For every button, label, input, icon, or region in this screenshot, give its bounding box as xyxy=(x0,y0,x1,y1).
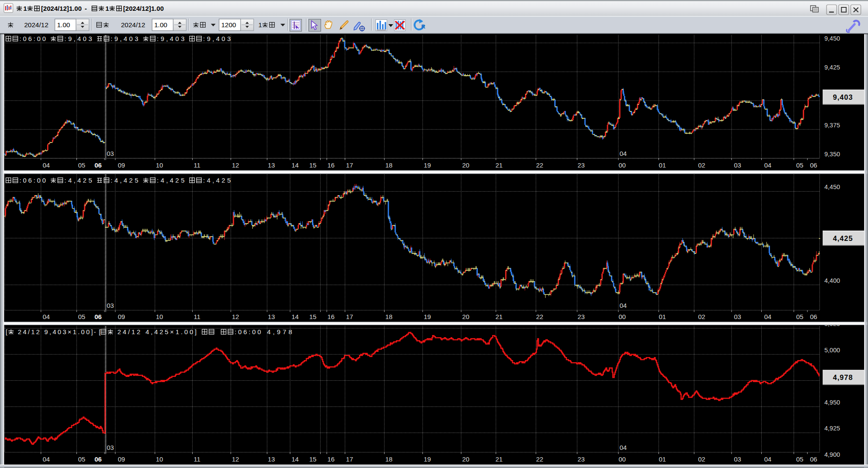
svg-text:05: 05 xyxy=(796,455,804,463)
svg-text:03: 03 xyxy=(107,302,114,309)
svg-text:18: 18 xyxy=(385,313,393,320)
svg-text:12: 12 xyxy=(232,313,239,320)
svg-text:4,925: 4,925 xyxy=(824,425,840,432)
svg-text:4,450: 4,450 xyxy=(824,183,840,190)
svg-text:1: 1 xyxy=(105,5,109,12)
svg-text:05: 05 xyxy=(78,313,86,320)
svg-text:05: 05 xyxy=(78,455,86,463)
svg-text:20: 20 xyxy=(462,161,470,169)
svg-text:06: 06 xyxy=(810,161,817,169)
svg-text:9,425: 9,425 xyxy=(824,64,840,71)
svg-text:03: 03 xyxy=(734,313,741,320)
svg-text:04: 04 xyxy=(620,444,627,451)
svg-text:14: 14 xyxy=(292,161,299,169)
svg-text:-: - xyxy=(85,5,87,12)
svg-text:16: 16 xyxy=(327,161,335,169)
svg-text:09: 09 xyxy=(118,455,125,463)
svg-text:1.00: 1.00 xyxy=(57,21,70,28)
svg-text:1.00: 1.00 xyxy=(154,21,168,28)
svg-text:R: R xyxy=(421,23,426,30)
svg-text:19: 19 xyxy=(424,455,431,463)
svg-text:04: 04 xyxy=(43,313,50,320)
svg-text:04: 04 xyxy=(620,302,627,309)
svg-text:02: 02 xyxy=(698,313,706,320)
svg-text:03: 03 xyxy=(734,161,741,169)
svg-text:4,425: 4,425 xyxy=(833,234,853,242)
svg-text:16: 16 xyxy=(327,455,335,463)
svg-text:13: 13 xyxy=(268,455,275,463)
svg-text:18: 18 xyxy=(385,161,393,169)
svg-text:05: 05 xyxy=(796,313,804,320)
svg-text:9,350: 9,350 xyxy=(824,151,840,158)
svg-text:16: 16 xyxy=(327,313,335,320)
svg-text:06: 06 xyxy=(95,161,102,169)
svg-text:04: 04 xyxy=(43,455,50,463)
svg-text:06: 06 xyxy=(95,313,102,320)
svg-text:09: 09 xyxy=(118,313,125,320)
svg-text:03: 03 xyxy=(107,150,114,157)
svg-text:04: 04 xyxy=(43,161,50,169)
svg-text:19: 19 xyxy=(424,313,431,320)
svg-text:06: 06 xyxy=(95,455,102,463)
svg-text:4,900: 4,900 xyxy=(824,451,840,458)
svg-text:10: 10 xyxy=(156,455,163,463)
svg-text:10: 10 xyxy=(156,313,163,320)
svg-text:05: 05 xyxy=(796,161,804,169)
svg-text:9,450: 9,450 xyxy=(824,35,840,42)
svg-text:15: 15 xyxy=(309,313,317,320)
svg-text:5,000: 5,000 xyxy=(824,347,840,354)
svg-text:21: 21 xyxy=(496,455,503,463)
svg-text:20: 20 xyxy=(462,455,470,463)
svg-text:04: 04 xyxy=(620,150,627,157)
svg-text:1: 1 xyxy=(258,21,262,28)
svg-text:11: 11 xyxy=(194,313,200,320)
svg-text:4,978: 4,978 xyxy=(833,373,853,381)
svg-text:14: 14 xyxy=(292,455,299,463)
svg-text:4,950: 4,950 xyxy=(824,399,840,406)
svg-text:21: 21 xyxy=(496,313,503,320)
svg-text:23: 23 xyxy=(578,313,585,320)
svg-text:10: 10 xyxy=(156,161,163,169)
svg-text:05: 05 xyxy=(78,161,86,169)
svg-text:11: 11 xyxy=(194,455,200,463)
svg-text:12: 12 xyxy=(232,161,239,169)
svg-text:2024/12: 2024/12 xyxy=(24,21,48,28)
svg-text:22: 22 xyxy=(536,313,544,320)
svg-text:[2024/12]1.00: [2024/12]1.00 xyxy=(41,5,82,12)
svg-text:18: 18 xyxy=(385,455,393,463)
svg-text:14: 14 xyxy=(292,313,299,320)
svg-text:19: 19 xyxy=(424,161,431,169)
svg-text:01: 01 xyxy=(659,161,666,169)
svg-text:17: 17 xyxy=(346,455,353,463)
svg-text:[2024/12]1.00: [2024/12]1.00 xyxy=(123,5,164,12)
svg-text:11: 11 xyxy=(194,161,200,169)
svg-text:1: 1 xyxy=(23,5,27,12)
svg-text:15: 15 xyxy=(309,161,317,169)
svg-text:9,375: 9,375 xyxy=(824,122,840,129)
svg-text:21: 21 xyxy=(496,161,503,169)
svg-text:22: 22 xyxy=(536,161,544,169)
svg-text:04: 04 xyxy=(764,455,772,463)
svg-text:15: 15 xyxy=(309,455,317,463)
svg-text:12: 12 xyxy=(232,455,239,463)
svg-text:13: 13 xyxy=(268,313,275,320)
svg-text:00: 00 xyxy=(619,161,626,169)
svg-text:04: 04 xyxy=(764,313,772,320)
svg-text:13: 13 xyxy=(268,161,275,169)
svg-text:06: 06 xyxy=(810,313,817,320)
svg-text:1200: 1200 xyxy=(221,21,236,28)
svg-text:22: 22 xyxy=(536,455,544,463)
svg-text:09: 09 xyxy=(118,161,125,169)
svg-text:4,400: 4,400 xyxy=(824,277,840,284)
svg-text:23: 23 xyxy=(578,161,585,169)
svg-text:06: 06 xyxy=(810,455,817,463)
svg-text:2024/12: 2024/12 xyxy=(121,21,145,28)
svg-text:23: 23 xyxy=(578,455,585,463)
svg-text:02: 02 xyxy=(698,455,706,463)
svg-text:01: 01 xyxy=(659,455,666,463)
svg-text:00: 00 xyxy=(619,313,626,320)
svg-text:04: 04 xyxy=(764,161,772,169)
svg-text:01: 01 xyxy=(659,313,666,320)
svg-text:17: 17 xyxy=(346,161,353,169)
svg-text:20: 20 xyxy=(462,313,470,320)
